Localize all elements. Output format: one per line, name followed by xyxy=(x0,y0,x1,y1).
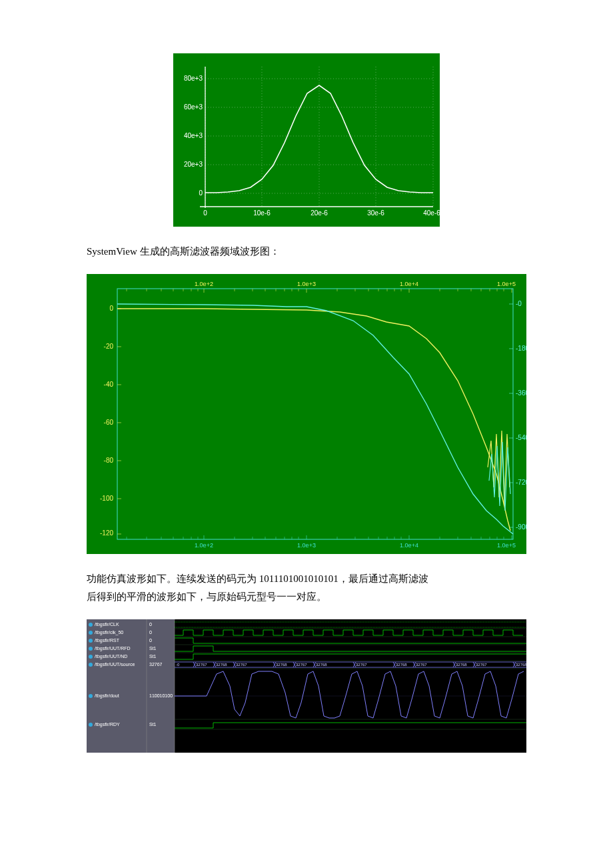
svg-text:32768: 32768 xyxy=(456,663,467,667)
svg-point-118 xyxy=(89,723,93,727)
svg-text:St1: St1 xyxy=(149,654,157,659)
svg-point-106 xyxy=(89,647,93,651)
svg-text:St1: St1 xyxy=(149,722,157,727)
svg-text:32767: 32767 xyxy=(149,662,163,667)
svg-rect-0 xyxy=(173,53,440,227)
y-left-tick: -80 xyxy=(104,457,114,464)
y-right-tick: -900 xyxy=(516,523,526,531)
x-tick: 10e-6 xyxy=(253,209,271,217)
svg-text:/tbgsfir/dout: /tbgsfir/dout xyxy=(95,693,119,699)
svg-text:/tbgsfir/CLK: /tbgsfir/CLK xyxy=(95,622,119,627)
x-tick: 0 xyxy=(203,209,207,217)
y-tick: 40e+3 xyxy=(184,132,203,139)
gaussian-time-chart: 0 20e+3 40e+3 60e+3 80e+3 0 10e-6 20e-6 … xyxy=(87,53,526,229)
svg-text:32768: 32768 xyxy=(316,663,327,667)
y-right-tick: -540 xyxy=(516,434,526,441)
svg-text:St1: St1 xyxy=(149,646,157,651)
svg-point-97 xyxy=(89,623,93,627)
svg-text:0: 0 xyxy=(149,638,152,643)
x-top-tick: 1.0e+2 xyxy=(195,281,213,287)
svg-text:32768: 32768 xyxy=(216,663,227,667)
x-bot-tick: 1.0e+2 xyxy=(195,542,213,549)
svg-text:-0: -0 xyxy=(176,663,180,667)
y-right-tick: -0 xyxy=(516,300,522,307)
x-top-tick: 1.0e+4 xyxy=(400,281,418,287)
y-left-tick: -120 xyxy=(100,529,113,537)
y-tick: 80e+3 xyxy=(184,75,203,82)
y-right-tick: -360 xyxy=(516,389,526,397)
svg-text:32767: 32767 xyxy=(296,663,307,667)
x-bot-tick: 1.0e+3 xyxy=(297,542,316,549)
svg-text:/tbgsfir/UUT/RFD: /tbgsfir/UUT/RFD xyxy=(95,646,131,651)
svg-point-100 xyxy=(89,631,93,635)
x-tick: 40e-6 xyxy=(423,209,440,217)
signal-row: /tbgsfir/UUT/source 32767 xyxy=(89,662,163,667)
y-right-tick: -180 xyxy=(516,345,526,352)
svg-point-112 xyxy=(89,663,93,667)
svg-text:/tbgsfir/RDY: /tbgsfir/RDY xyxy=(95,722,120,727)
svg-text:32767: 32767 xyxy=(476,663,487,667)
svg-rect-13 xyxy=(87,274,526,554)
svg-text:0: 0 xyxy=(149,622,152,627)
svg-text:32768: 32768 xyxy=(276,663,287,667)
svg-point-103 xyxy=(89,639,93,643)
svg-point-115 xyxy=(89,694,93,698)
y-left-tick: -60 xyxy=(104,419,114,426)
simulation-waveform: /tbgsfir/CLK 0 /tbgsfir/clk_50 0 /tbgsfi… xyxy=(87,619,526,755)
svg-text:/tbgsfir/UUT/ND: /tbgsfir/UUT/ND xyxy=(95,654,127,659)
y-left-tick: -20 xyxy=(104,343,114,350)
svg-text:/tbgsfir/clk_50: /tbgsfir/clk_50 xyxy=(95,630,123,635)
svg-text:/tbgsfir/UUT/source: /tbgsfir/UUT/source xyxy=(95,662,135,667)
caption-sim-line2: 后得到的平滑的波形如下，与原始码元型号一一对应。 xyxy=(87,591,326,602)
x-bot-tick: 1.0e+4 xyxy=(400,542,418,549)
y-left-tick: -100 xyxy=(100,495,113,502)
svg-text:32768: 32768 xyxy=(516,663,526,667)
svg-text:32767: 32767 xyxy=(356,663,367,667)
svg-text:0: 0 xyxy=(149,630,152,635)
svg-text:110010100: 110010100 xyxy=(149,693,173,698)
caption-simulation: 功能仿真波形如下。连续发送的码元为 1011101001010101，最后通过高… xyxy=(87,570,526,606)
y-tick: 20e+3 xyxy=(184,161,203,168)
svg-text:32767: 32767 xyxy=(416,663,427,667)
x-top-tick: 1.0e+3 xyxy=(297,281,316,287)
caption-freq-response: SystemView 生成的高斯滤波器频域波形图： xyxy=(87,243,526,261)
x-bot-tick: 1.0e+5 xyxy=(497,542,516,549)
svg-text:/tbgsfir/RST: /tbgsfir/RST xyxy=(95,638,120,643)
gaussian-freq-chart: 0 -20 -40 -60 -80 -100 -120 -0 -180 xyxy=(87,274,526,557)
svg-text:32767: 32767 xyxy=(236,663,247,667)
y-right-tick: -720 xyxy=(516,479,526,486)
x-tick: 30e-6 xyxy=(367,209,384,217)
x-tick: 20e-6 xyxy=(310,209,328,217)
x-top-tick: 1.0e+5 xyxy=(497,281,516,287)
y-left-tick: 0 xyxy=(109,305,113,312)
y-tick: 0 xyxy=(199,189,203,197)
svg-text:32767: 32767 xyxy=(196,663,207,667)
svg-text:32768: 32768 xyxy=(396,663,407,667)
caption-sim-line1: 功能仿真波形如下。连续发送的码元为 1011101001010101，最后通过高… xyxy=(87,573,428,584)
y-left-tick: -40 xyxy=(104,381,114,388)
svg-point-109 xyxy=(89,655,93,659)
y-tick: 60e+3 xyxy=(184,103,203,111)
